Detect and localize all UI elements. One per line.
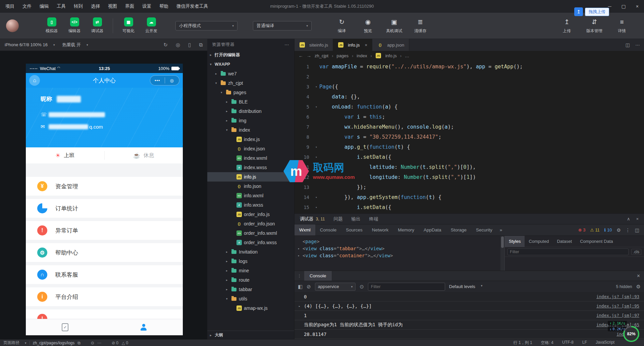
tree-item[interactable]: {}index.json [207, 144, 294, 153]
expand-icon[interactable]: ▸ [298, 254, 303, 257]
element-node[interactable]: <page> [298, 238, 500, 245]
tree-item[interactable]: {}info.json [207, 182, 294, 191]
tree-item[interactable]: ▾zh_cjpt [207, 78, 294, 88]
info-count[interactable]: ℹ10 [604, 227, 612, 232]
tree-item[interactable]: JSinfo.js [207, 172, 294, 182]
tree-item[interactable]: ▸we7 [207, 69, 294, 78]
phone-menu-item[interactable]: 订单统计 [26, 199, 183, 218]
tree-item[interactable]: ▸tabbar [207, 285, 294, 294]
code-line[interactable]: 6 var i = this; [294, 112, 644, 122]
error-count[interactable]: ⊗3 [578, 227, 585, 232]
debugger-button[interactable]: ⇄调试器 [86, 17, 109, 34]
code-line[interactable]: 8 var s = "30.527259,114.324417"; [294, 132, 644, 142]
devtools-tab[interactable]: AppData [419, 224, 446, 235]
tree-item[interactable]: ▸distribution [207, 107, 294, 116]
editor-tab[interactable]: JSsiteinfo.js [294, 39, 333, 51]
source-link[interactable]: index.js? [sm]:93 [596, 294, 639, 299]
breadcrumb-item[interactable]: … [405, 53, 409, 58]
copy-icon[interactable]: ⧉ [77, 341, 80, 345]
status-segment[interactable]: 行 1，列 1 [514, 340, 532, 346]
split-editor-icon[interactable]: ◫ [626, 42, 630, 48]
status-segment[interactable]: LF [582, 340, 587, 346]
log-levels-select[interactable]: Default levels ▾ [449, 284, 483, 289]
fold-icon[interactable]: ▾ [313, 196, 319, 199]
tree-item[interactable]: ▸Invitation [207, 247, 294, 257]
phone-menu-item[interactable]: ∩联系客服 [26, 265, 183, 284]
fold-icon[interactable]: ▾ [313, 206, 319, 209]
close-icon[interactable]: × [636, 216, 639, 221]
fold-icon[interactable]: ▾ [313, 105, 319, 109]
editor-tab[interactable]: {}app.json [372, 39, 409, 51]
compile-mode-select[interactable]: 普通编译 ▾ [253, 21, 312, 30]
fold-icon[interactable]: ▾ [313, 85, 319, 88]
record-icon[interactable]: ◎ [176, 42, 180, 48]
home-button[interactable]: ⌂ [29, 75, 40, 86]
explorer-section[interactable]: ▾WXAPP [207, 60, 294, 69]
code-line[interactable]: 13 }); [294, 182, 644, 192]
forward-icon[interactable]: → [307, 53, 311, 58]
preview-button[interactable]: ◉预览 [357, 17, 379, 34]
worktab-rest[interactable]: ☕休息 [105, 152, 183, 159]
styles-tab[interactable]: Styles [505, 236, 525, 247]
menu-item[interactable]: 界面 [125, 3, 134, 9]
expand-icon[interactable]: ▸ [299, 304, 304, 308]
console-filter-input[interactable] [368, 283, 445, 291]
refresh-icon[interactable]: ↻ [163, 42, 168, 48]
styles-filter-input[interactable] [507, 249, 629, 255]
element-node[interactable]: ▸<view class="tabbar">…</view> [298, 245, 500, 252]
styles-tab[interactable]: Component Data [576, 236, 617, 247]
debug-tab[interactable]: 问题 [333, 216, 342, 222]
tree-item[interactable]: <>order_info.wxml [207, 228, 294, 238]
menu-item[interactable]: 选择 [91, 3, 100, 9]
worktab-work[interactable]: ☀上班 [26, 152, 104, 159]
drag-upload-hint[interactable]: ↥ 拖拽上传 [574, 7, 609, 16]
menu-item[interactable]: 微信开发者工具 [176, 3, 208, 9]
more-icon[interactable]: ⋯ [284, 42, 289, 47]
close-icon[interactable]: × [365, 43, 368, 48]
tree-item[interactable]: ▾pages [207, 88, 294, 97]
phone-icon[interactable]: ▯ [188, 42, 191, 48]
debug-tab[interactable]: 输出 [351, 216, 360, 222]
menu-item[interactable]: 项目 [5, 3, 14, 9]
code-line[interactable]: 9▾ app.g_t(function(t) { [294, 142, 644, 152]
cls-button[interactable]: .cls [631, 249, 641, 255]
code-line[interactable]: 4 data: {}, [294, 92, 644, 102]
eye-icon[interactable]: ⊙ [91, 341, 94, 345]
visualizer-button[interactable]: ▦可视化 [117, 17, 140, 34]
close-icon[interactable]: × [637, 273, 640, 279]
console-sidebar-icon[interactable]: ◧ [298, 284, 303, 290]
devtools-tab[interactable]: Wxml [294, 224, 315, 235]
clear-console-icon[interactable]: ⊘ [307, 284, 311, 290]
maximize-icon[interactable]: ▢ [622, 4, 626, 9]
menu-item[interactable]: 编辑 [40, 3, 49, 9]
code-area[interactable]: 1var amapFile = require("../../utils/ama… [294, 60, 644, 212]
upload-button[interactable]: ↥上传 [555, 17, 578, 34]
explorer-section[interactable]: ▸打开的编辑器 [207, 50, 294, 60]
menu-item[interactable]: 帮助 [159, 3, 168, 9]
debug-tab[interactable]: 终端 [369, 216, 378, 222]
breadcrumb-item[interactable]: pages [337, 53, 348, 58]
details-button[interactable]: ≡详情 [610, 17, 633, 34]
phone-menu-item[interactable]: !异常订单 [26, 221, 183, 240]
expand-icon[interactable]: ▸ [298, 247, 303, 250]
editor-tab[interactable]: JSinfo.js× [333, 39, 372, 51]
device-select[interactable]: iPhone 6/7/8 100% 16 ▾ [5, 42, 55, 47]
remote-debug-button[interactable]: ▣真机调试 [383, 17, 406, 34]
page-path-selector[interactable]: 页面路径 ▾ [3, 340, 26, 346]
tree-item[interactable]: ▸BLE [207, 97, 294, 107]
menu-item[interactable]: 文件 [22, 3, 32, 9]
source-link[interactable]: index.js? [sm]:97 [596, 313, 639, 318]
devtools-tab[interactable]: Security [471, 224, 497, 235]
hot-reload-toggle[interactable]: 热重载 开 ▾ [62, 42, 88, 48]
gear-icon[interactable]: ⚙ [636, 284, 641, 290]
breadcrumb-item[interactable]: zh_cjpt [315, 53, 328, 58]
capsule-menu[interactable]: ••• ◎ [150, 75, 179, 85]
collapse-icon[interactable]: ∧ [627, 216, 630, 221]
gear-icon[interactable]: ⚙ [616, 227, 621, 233]
more-icon[interactable]: ⋯ [97, 341, 101, 345]
devtools-tab[interactable]: Network [367, 224, 393, 235]
phone-menu-item[interactable]: ⚙帮助中心 [26, 243, 183, 262]
more-icon[interactable]: ⋯ [635, 42, 640, 48]
dock-side-icon[interactable]: ◫ [635, 227, 639, 233]
cloud-dev-button[interactable]: ☁云开发 [140, 17, 163, 34]
